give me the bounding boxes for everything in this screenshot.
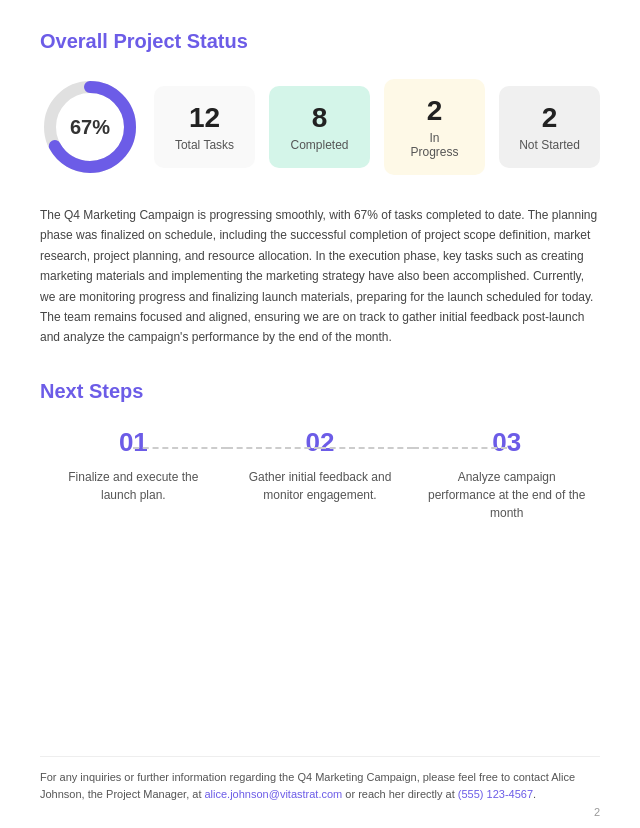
stat-card-completed: 8 Completed [269,86,370,168]
project-description: The Q4 Marketing Campaign is progressing… [40,205,600,348]
section-title: Overall Project Status [40,30,600,53]
total-tasks-number: 12 [174,102,235,134]
stat-card-in-progress: 2 In Progress [384,79,485,175]
donut-chart: 67% [40,77,140,177]
step-2-number: 02 [237,427,404,458]
total-tasks-label: Total Tasks [174,138,235,152]
step-item-3: 03 Analyze campaign performance at the e… [413,427,600,522]
donut-percentage-label: 67% [70,116,110,139]
step-1-number: 01 [50,427,217,458]
step-item-1: 01 Finalize and execute the launch plan. [40,427,227,504]
footer-text-between: or reach her directly at [342,788,458,800]
completed-number: 8 [289,102,350,134]
step-2-description: Gather initial feedback and monitor enga… [237,468,404,504]
in-progress-label: In Progress [404,131,465,159]
footer: For any inquiries or further information… [40,756,600,804]
footer-phone-link[interactable]: (555) 123-4567 [458,788,533,800]
stats-row: 67% 12 Total Tasks 8 Completed 2 In Prog… [40,77,600,177]
page-number: 2 [594,806,600,818]
step-3-number: 03 [423,427,590,458]
completed-label: Completed [289,138,350,152]
steps-row: 01 Finalize and execute the launch plan.… [40,427,600,522]
footer-text-after: . [533,788,536,800]
not-started-number: 2 [519,102,580,134]
next-steps-title: Next Steps [40,380,600,403]
step-item-2: 02 Gather initial feedback and monitor e… [227,427,414,504]
step-3-description: Analyze campaign performance at the end … [423,468,590,522]
stat-card-total-tasks: 12 Total Tasks [154,86,255,168]
in-progress-number: 2 [404,95,465,127]
footer-email-link[interactable]: alice.johnson@vitastrat.com [205,788,343,800]
step-1-description: Finalize and execute the launch plan. [50,468,217,504]
stat-card-not-started: 2 Not Started [499,86,600,168]
not-started-label: Not Started [519,138,580,152]
